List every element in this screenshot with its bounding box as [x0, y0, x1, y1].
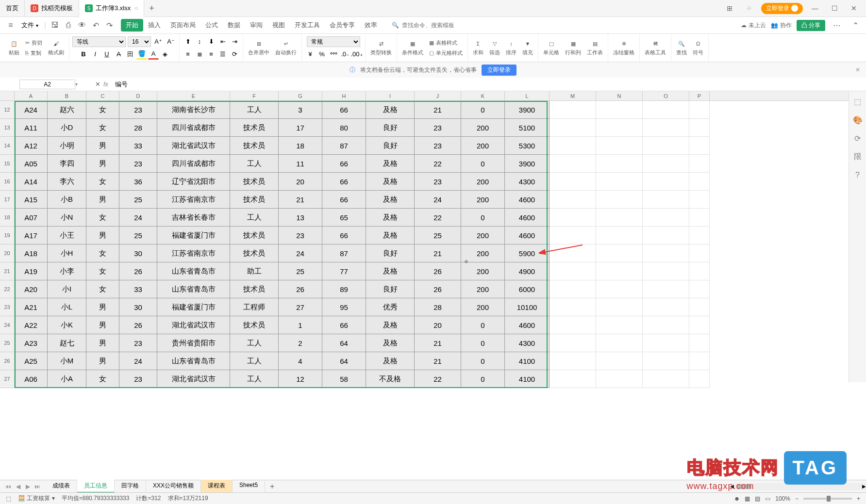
cell[interactable]: 女	[86, 119, 119, 137]
cell[interactable]: 技术员	[230, 191, 279, 209]
cell[interactable]: 5100	[505, 119, 550, 137]
cell[interactable]: 湖南省长沙市	[157, 101, 230, 119]
cell[interactable]: 良好	[366, 119, 415, 137]
empty-cell[interactable]	[596, 298, 643, 316]
login-button[interactable]: 立即登录	[761, 3, 803, 14]
cell[interactable]: A15	[15, 191, 48, 209]
cell[interactable]: 23	[119, 370, 157, 388]
number-format-select[interactable]: 常规	[307, 36, 360, 47]
empty-cell[interactable]	[550, 280, 596, 298]
close-icon[interactable]: ✕	[847, 1, 861, 16]
empty-cell[interactable]	[550, 262, 596, 280]
empty-cell[interactable]	[550, 191, 596, 209]
cell[interactable]: 33	[119, 280, 157, 298]
cell[interactable]: 不及格	[366, 370, 415, 388]
empty-cell[interactable]	[596, 209, 643, 227]
status-mode-icon[interactable]: ⬚	[6, 495, 11, 502]
cell[interactable]: 良好	[366, 280, 415, 298]
cell[interactable]: 小H	[48, 244, 86, 262]
cell[interactable]: 男	[86, 227, 119, 244]
cell[interactable]: 福建省厦门市	[157, 298, 230, 316]
cell[interactable]: 24	[279, 244, 322, 262]
empty-cell[interactable]	[689, 209, 710, 227]
empty-cell[interactable]	[550, 334, 596, 352]
cell[interactable]: 工人	[230, 209, 279, 227]
empty-cell[interactable]	[596, 280, 643, 298]
cell[interactable]: 95	[322, 298, 366, 316]
cell[interactable]: 1	[279, 316, 322, 334]
empty-cell[interactable]	[689, 352, 710, 370]
cell[interactable]: 23	[279, 227, 322, 244]
cell[interactable]: 20	[415, 316, 461, 334]
align-bottom-icon[interactable]: ⬇	[206, 36, 216, 47]
strike-button[interactable]: A̶	[113, 49, 124, 60]
cell[interactable]: A07	[15, 209, 48, 227]
minimize-icon[interactable]: —	[808, 1, 822, 16]
sheet-next-icon[interactable]: ▶	[23, 483, 32, 490]
cell[interactable]: 22	[415, 370, 461, 388]
border-button[interactable]: 田	[125, 49, 135, 60]
collab-button[interactable]: 👥 协作	[771, 21, 792, 30]
cell[interactable]: 23	[415, 173, 461, 191]
orientation-icon[interactable]: ⟳	[229, 49, 240, 60]
new-tab-button[interactable]: +	[144, 3, 159, 14]
fx-icon[interactable]: fx	[103, 81, 108, 88]
align-right-icon[interactable]: ≡	[206, 49, 216, 60]
cell[interactable]: 21	[415, 244, 461, 262]
cell[interactable]: 66	[322, 101, 366, 119]
row-header-17[interactable]: 17	[0, 191, 14, 209]
sort-button[interactable]: ↕排序	[504, 38, 518, 57]
cell[interactable]: A06	[15, 370, 48, 388]
merge-button[interactable]: ⊞ 合并居中	[246, 38, 271, 57]
cell[interactable]: 小M	[48, 352, 86, 370]
empty-cell[interactable]	[550, 316, 596, 334]
sidebar-select-icon[interactable]: ⬚	[852, 96, 863, 107]
more-icon[interactable]: ⋯	[831, 19, 843, 31]
row-header-16[interactable]: 16	[0, 173, 14, 191]
cell[interactable]: 58	[322, 370, 366, 388]
cell[interactable]: 小K	[48, 316, 86, 334]
empty-cell[interactable]	[689, 137, 710, 155]
decrease-font-icon[interactable]: A⁻	[166, 36, 176, 47]
empty-cell[interactable]	[643, 173, 689, 191]
zoom-slider[interactable]	[803, 498, 852, 500]
col-header-E[interactable]: E	[157, 91, 230, 100]
filter-button[interactable]: ▽筛选	[487, 38, 502, 57]
cell[interactable]: 江苏省南京市	[157, 244, 230, 262]
empty-cell[interactable]	[689, 370, 710, 388]
increase-decimal-icon[interactable]: .00₊	[351, 49, 362, 60]
menu-view[interactable]: 视图	[267, 19, 290, 32]
view-normal-icon[interactable]: ▦	[745, 495, 750, 502]
empty-cell[interactable]	[596, 137, 643, 155]
banner-login-button[interactable]: 立即登录	[482, 65, 516, 76]
cell[interactable]: 及格	[366, 155, 415, 173]
cell[interactable]: 山东省青岛市	[157, 280, 230, 298]
cell[interactable]: 湖北省武汉市	[157, 137, 230, 155]
cell[interactable]: 男	[86, 334, 119, 352]
cell[interactable]: 男	[86, 298, 119, 316]
decrease-decimal-icon[interactable]: .0₋	[340, 49, 350, 60]
cond-format-button[interactable]: ▦ 条件格式	[400, 38, 425, 57]
empty-cell[interactable]	[596, 244, 643, 262]
increase-font-icon[interactable]: A⁺	[153, 36, 164, 47]
cell[interactable]: 22	[415, 209, 461, 227]
row-header-12[interactable]: 12	[0, 101, 14, 119]
cell[interactable]: 28	[119, 119, 157, 137]
align-middle-icon[interactable]: ↕	[194, 36, 205, 47]
collapse-icon[interactable]: ⌃	[849, 19, 861, 31]
cell[interactable]: 24	[119, 352, 157, 370]
empty-cell[interactable]	[550, 352, 596, 370]
sheet-tab[interactable]: 田字格	[115, 480, 146, 493]
cell[interactable]: 4100	[505, 352, 550, 370]
underline-button[interactable]: U	[101, 49, 112, 60]
col-header-B[interactable]: B	[48, 91, 86, 100]
cell[interactable]: A19	[15, 262, 48, 280]
cell[interactable]: 25	[119, 191, 157, 209]
cell[interactable]: 3900	[505, 155, 550, 173]
empty-cell[interactable]	[550, 155, 596, 173]
sheet-tab[interactable]: 课程表	[201, 480, 233, 493]
cell[interactable]: 11	[279, 155, 322, 173]
cell[interactable]: 24	[119, 209, 157, 227]
tab-templates[interactable]: D 找稻壳模板	[25, 0, 79, 17]
empty-cell[interactable]	[689, 280, 710, 298]
